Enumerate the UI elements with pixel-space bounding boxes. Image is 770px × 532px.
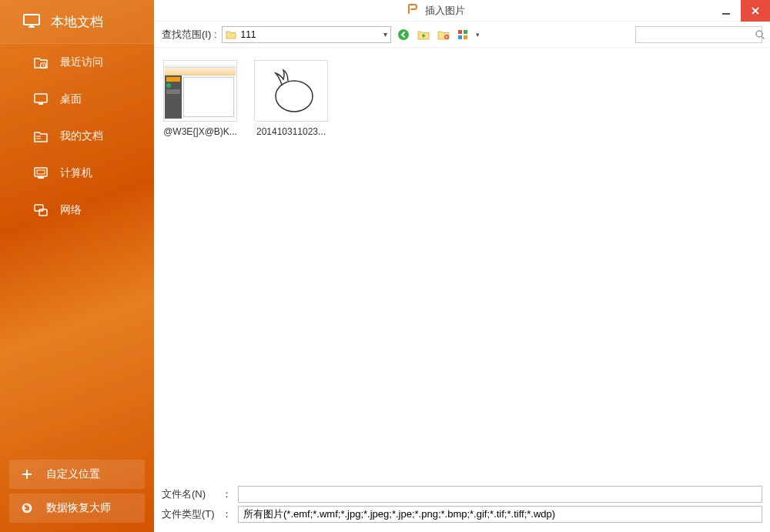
lookin-dropdown[interactable]: 111 ▾: [222, 26, 391, 43]
dialog-footer: 文件名(N) ： 文件类型(T) ： 所有图片(*.emf;*.wmf;*.jp…: [154, 478, 770, 532]
sidebar-item-computer[interactable]: 计算机: [0, 155, 154, 192]
sidebar-item-network[interactable]: 网络: [0, 192, 154, 229]
plus-icon: [22, 469, 37, 480]
sidebar-header: 本地文档: [0, 0, 154, 44]
chevron-down-icon[interactable]: ▾: [476, 31, 480, 38]
svg-rect-18: [464, 30, 467, 34]
search-input[interactable]: [639, 29, 755, 40]
recover-icon: [22, 503, 37, 514]
svg-point-22: [276, 81, 313, 112]
svg-rect-4: [35, 94, 47, 102]
svg-rect-17: [458, 30, 462, 34]
search-icon[interactable]: [755, 29, 765, 40]
file-grid: @W3E{]X@B)K... 201410311023...: [154, 48, 770, 478]
window-controls: [711, 0, 770, 22]
sidebar-item-label: 计算机: [60, 166, 92, 180]
svg-rect-2: [30, 25, 33, 26]
sidebar-item-desktop[interactable]: 桌面: [0, 81, 154, 118]
svg-rect-0: [24, 15, 39, 25]
minimize-button[interactable]: [711, 0, 741, 22]
network-icon: [32, 204, 49, 216]
sidebar-item-label: 网络: [60, 203, 82, 217]
sidebar: 本地文档 最近访问 桌面 我的文档 计算机: [0, 0, 154, 532]
sidebar-bottom: 自定义位置 数据恢复大师: [0, 455, 154, 532]
file-item[interactable]: 201410311023...: [253, 60, 330, 137]
folder-icon: [226, 30, 236, 39]
sidebar-title: 本地文档: [51, 13, 103, 31]
filetype-value: 所有图片(*.emf;*.wmf;*.jpg;*.jpeg;*.jpe;*.pn…: [243, 507, 555, 521]
filetype-select[interactable]: 所有图片(*.emf;*.wmf;*.jpg;*.jpeg;*.jpe;*.pn…: [238, 506, 762, 523]
filename-input[interactable]: [238, 486, 762, 503]
filename-row: 文件名(N) ：: [162, 486, 762, 503]
button-label: 数据恢复大师: [46, 501, 111, 515]
sidebar-nav: 最近访问 桌面 我的文档 计算机 网络: [0, 44, 154, 455]
main-panel: 插入图片 查找范围(I) : 111 ▾: [154, 0, 770, 532]
sidebar-item-documents[interactable]: 我的文档: [0, 118, 154, 155]
chevron-down-icon: ▾: [383, 30, 387, 38]
svg-rect-9: [37, 170, 45, 174]
lookin-label: 查找范围(I) :: [162, 28, 217, 42]
sidebar-item-recent[interactable]: 最近访问: [0, 44, 154, 81]
filetype-label: 文件类型(T): [162, 507, 216, 521]
svg-rect-8: [35, 168, 47, 176]
svg-rect-20: [464, 35, 467, 39]
computer-icon: [32, 167, 49, 179]
svg-rect-14: [722, 13, 730, 15]
desktop-icon: [32, 93, 49, 105]
back-button[interactable]: [396, 27, 411, 42]
filetype-row: 文件类型(T) ： 所有图片(*.emf;*.wmf;*.jpg;*.jpeg;…: [162, 506, 762, 523]
current-folder-name: 111: [241, 29, 256, 40]
file-name: 201410311023...: [256, 126, 326, 137]
sidebar-item-label: 最近访问: [60, 55, 103, 69]
svg-rect-5: [38, 103, 43, 105]
close-button[interactable]: [741, 0, 770, 22]
svg-rect-10: [38, 177, 44, 179]
custom-location-button[interactable]: 自定义位置: [9, 460, 145, 489]
monitor-icon: [23, 14, 40, 29]
documents-icon: [32, 130, 49, 142]
titlebar-center: 插入图片: [162, 4, 711, 18]
toolbar: 查找范围(I) : 111 ▾ ▾: [154, 22, 770, 48]
sidebar-item-label: 桌面: [60, 92, 82, 106]
view-mode-button[interactable]: [456, 27, 471, 42]
sidebar-item-label: 我的文档: [60, 129, 103, 143]
file-item[interactable]: @W3E{]X@B)K...: [162, 60, 239, 137]
svg-rect-19: [458, 35, 462, 39]
titlebar: 插入图片: [154, 0, 770, 22]
filename-label: 文件名(N): [162, 487, 216, 501]
thumbnail-screenshot: [163, 60, 237, 122]
svg-point-15: [398, 29, 409, 40]
new-folder-button[interactable]: [436, 27, 451, 42]
window-title: 插入图片: [425, 4, 465, 18]
file-name: @W3E{]X@B)K...: [163, 126, 237, 137]
svg-point-21: [756, 31, 762, 37]
svg-rect-1: [28, 26, 35, 28]
search-box[interactable]: [635, 26, 762, 43]
app-logo-icon: [408, 4, 420, 17]
thumbnail-drawing: [254, 60, 328, 122]
data-recovery-button[interactable]: 数据恢复大师: [9, 494, 145, 523]
button-label: 自定义位置: [46, 467, 100, 481]
recent-icon: [32, 56, 49, 69]
up-folder-button[interactable]: [416, 27, 431, 42]
